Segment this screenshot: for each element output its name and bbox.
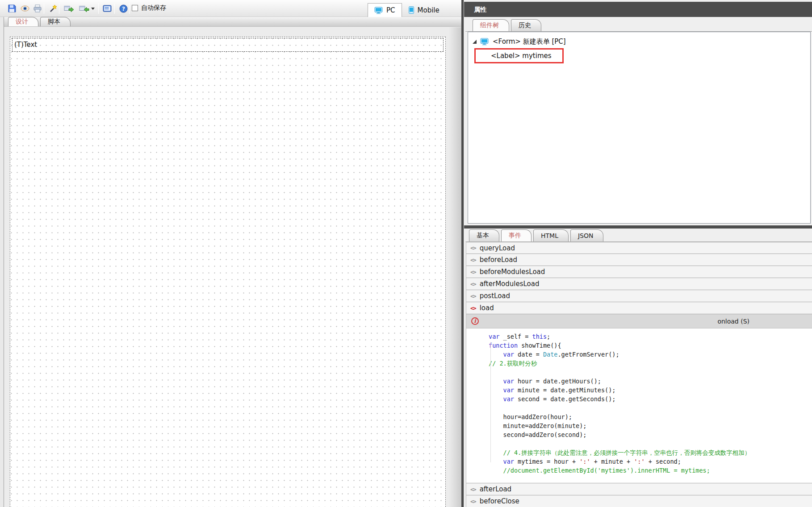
export-button[interactable] (62, 3, 76, 14)
info-icon: i (471, 317, 479, 325)
mobile-view-button[interactable]: Mobile (402, 3, 446, 17)
form-list-icon (103, 5, 112, 12)
event-name: afterModulesLoad (480, 280, 540, 288)
toolbar-separator (129, 3, 130, 14)
magic-wand-icon (49, 4, 57, 13)
code-line: var date = Date.getFromServer(); (489, 350, 812, 359)
import-dropdown-caret[interactable] (91, 8, 95, 10)
design-area: (T)Text (4, 27, 461, 507)
tree-expander-icon[interactable] (473, 40, 477, 44)
event-row-postLoad[interactable]: <>postLoad (466, 290, 812, 302)
code-line: // 4.拼接字符串（此处需注意，必须拼接一个字符串，空串也行，否则将会变成数字… (489, 448, 812, 457)
code-line: var second = date.getSeconds(); (489, 395, 812, 403)
label-component[interactable]: (T)Text (12, 38, 444, 52)
code-line: // 2.获取时分秒 (489, 359, 812, 368)
code-editor[interactable]: var _self = this;function showTime(){ va… (466, 328, 812, 483)
code-line (489, 368, 812, 377)
help-icon: ? (119, 4, 128, 13)
detail-tab-events[interactable]: 事件 (501, 229, 532, 241)
properties-header: 属性 (464, 2, 812, 17)
tree-item-form-label: <Form> 新建表单 [PC] (493, 37, 566, 46)
main-toolbar: ? 自动保存 PC (0, 0, 461, 17)
design-canvas[interactable]: (T)Text (10, 37, 446, 507)
onload-handler-header[interactable]: ionload (S) (466, 314, 812, 328)
code-line (489, 439, 812, 448)
import-button[interactable] (77, 3, 96, 14)
code-brackets-icon: <> (470, 486, 476, 493)
pc-view-button[interactable]: PC (368, 3, 402, 17)
detail-tabstrip: 基本事件HTMLJSON (465, 229, 812, 242)
event-row-queryLoad[interactable]: <>queryLoad (466, 242, 812, 254)
code-brackets-icon: <> (470, 305, 476, 312)
code-line: var minute = date.getMinutes(); (489, 386, 812, 395)
code-brackets-icon: <> (470, 269, 476, 275)
detail-tab-json[interactable]: JSON (570, 229, 604, 241)
event-row-beforeModulesLoad[interactable]: <>beforeModulesLoad (466, 266, 812, 278)
properties-title: 属性 (474, 6, 486, 13)
print-icon (33, 4, 42, 12)
device-switch: PC Mobile (368, 3, 446, 17)
code-line: var _self = this; (489, 332, 812, 341)
pc-view-label: PC (386, 6, 395, 14)
tree-item-form[interactable]: <Form> 新建表单 [PC] (468, 36, 810, 47)
event-name: beforeLoad (480, 256, 517, 264)
event-row-load[interactable]: <>load (466, 302, 812, 314)
panel-tab-history[interactable]: 历史 (511, 19, 541, 31)
code-brackets-icon: <> (470, 245, 476, 251)
designer-tab-design[interactable]: 设计 (8, 17, 38, 26)
left-edge-strip (0, 17, 4, 507)
tree-item-label-text: <Label> mytimes (491, 52, 552, 60)
code-line (489, 403, 812, 412)
horizontal-splitter[interactable] (464, 225, 812, 229)
event-name: load (480, 304, 494, 312)
properties-tabstrip: 组件树历史 (465, 19, 812, 32)
autosave-label: 自动保存 (141, 4, 166, 12)
detail-tab-html[interactable]: HTML (533, 229, 569, 241)
event-name: postLoad (480, 292, 510, 300)
event-row-beforeLoad[interactable]: <>beforeLoad (466, 254, 812, 266)
form-list-button[interactable] (101, 3, 113, 14)
monitor-icon (374, 7, 383, 14)
print-button[interactable] (31, 3, 44, 14)
designer-tab-script[interactable]: 脚本 (40, 17, 71, 26)
component-tree-panel: <Form> 新建表单 [PC]<Label> mytimes (468, 32, 811, 224)
code-line: //document.getElementById('mytimes').inn… (489, 466, 812, 475)
event-list: <>queryLoad<>beforeLoad<>beforeModulesLo… (466, 242, 812, 507)
save-icon (8, 4, 16, 12)
code-line: var mytimes = hour + ':' + minute + ':' … (489, 457, 812, 466)
save-button[interactable] (5, 3, 18, 14)
code-brackets-icon: <> (470, 498, 476, 505)
phone-icon (409, 6, 414, 14)
import-icon (79, 5, 89, 12)
export-icon (64, 5, 74, 12)
mobile-view-label: Mobile (418, 6, 439, 14)
toolbar-separator (114, 3, 115, 14)
panel-tab-component-tree[interactable]: 组件树 (473, 19, 509, 31)
event-row-afterLoad[interactable]: <>afterLoad (466, 483, 812, 495)
event-name: beforeModulesLoad (480, 268, 545, 276)
event-row-beforeClose[interactable]: <>beforeClose (466, 495, 812, 507)
event-name: afterLoad (480, 485, 511, 493)
svg-text:?: ? (122, 5, 125, 12)
code-brackets-icon: <> (470, 257, 476, 263)
event-name: queryLoad (480, 244, 515, 252)
code-line: var hour = date.getHours(); (489, 377, 812, 386)
detail-tab-basic[interactable]: 基本 (469, 229, 499, 241)
code-brackets-icon: <> (470, 293, 476, 299)
code-brackets-icon: <> (470, 281, 476, 287)
event-row-afterModulesLoad[interactable]: <>afterModulesLoad (466, 278, 812, 290)
handler-label: onload (S) (717, 318, 749, 325)
selection-highlight-box: <Label> mytimes (468, 48, 810, 63)
magic-wand-button[interactable] (46, 3, 59, 14)
code-line: function showTime(){ (489, 341, 812, 350)
preview-button[interactable] (19, 3, 31, 14)
app-window: ? 自动保存 PC (0, 0, 812, 507)
event-name: beforeClose (480, 497, 519, 505)
help-button[interactable]: ? (117, 3, 130, 14)
autosave-checkbox[interactable] (132, 5, 138, 11)
preview-eye-icon (21, 5, 29, 12)
tree-item-label[interactable]: <Label> mytimes (474, 48, 564, 63)
toolbar-separator (98, 3, 99, 14)
autosave-toggle[interactable]: 自动保存 (132, 4, 166, 12)
code-line: hour=addZero(hour); (489, 412, 812, 421)
